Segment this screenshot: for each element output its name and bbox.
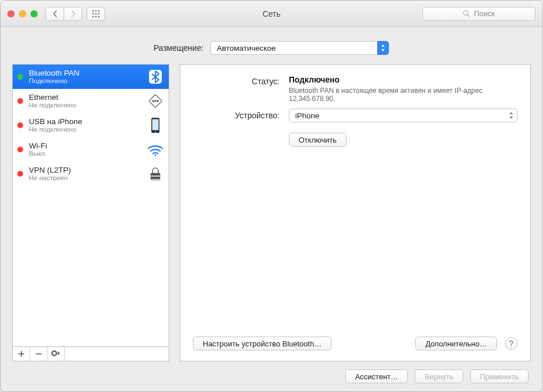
status-dot	[17, 171, 23, 177]
service-labels: VPN (L2TP)Не настроен	[29, 166, 143, 182]
ethernet-icon	[147, 92, 164, 110]
advanced-button[interactable]: Дополнительно…	[415, 337, 497, 350]
chevron-left-icon	[53, 10, 58, 17]
remove-service-button[interactable]	[30, 347, 47, 361]
service-row-iphone[interactable]: USB на iPhoneНе подключено	[13, 113, 169, 137]
service-row-wifi[interactable]: Wi-FiВыкл.	[13, 137, 169, 162]
service-status: Не подключено	[29, 126, 143, 133]
svg-line-10	[468, 14, 470, 17]
bluetooth-icon	[147, 68, 164, 85]
configure-bluetooth-button[interactable]: Настроить устройство Bluetooth…	[193, 337, 332, 350]
zoom-window-button[interactable]	[31, 10, 38, 17]
grid-icon	[92, 10, 100, 18]
nav-back-forward	[46, 7, 82, 21]
window-bottom-buttons: Ассистент… Вернуть Применить	[12, 361, 531, 383]
status-label: Статус:	[193, 75, 280, 86]
svg-point-18	[155, 131, 156, 132]
svg-point-2	[98, 10, 100, 12]
assistant-button[interactable]: Ассистент…	[345, 369, 408, 383]
location-row: Размещение: Автоматическое	[12, 41, 531, 55]
question-icon: ?	[509, 339, 514, 348]
service-name: USB на iPhone	[29, 117, 143, 126]
services-toolbar	[12, 346, 169, 361]
detail-bottom-bar: Настроить устройство Bluetooth… Дополнит…	[193, 337, 518, 350]
detail-pane: Статус: Подключено Bluetooth PAN в насто…	[180, 64, 531, 361]
service-labels: EthernetНе подключено	[29, 93, 143, 110]
help-button[interactable]: ?	[505, 337, 518, 350]
svg-point-7	[95, 16, 97, 17]
status-value: Подключено	[289, 75, 518, 84]
svg-point-3	[92, 13, 94, 14]
location-label: Размещение:	[154, 43, 204, 53]
status-dot	[17, 98, 23, 104]
services-list: Bluetooth PANПодключеноEthernetНе подклю…	[12, 64, 169, 346]
status-dot	[17, 147, 23, 152]
search-icon	[463, 10, 470, 17]
traffic-lights	[8, 10, 38, 17]
forward-button[interactable]	[64, 7, 82, 21]
service-row-lock[interactable]: VPN (L2TP)Не настроен	[13, 162, 169, 186]
search-placeholder: Поиск	[474, 9, 494, 18]
service-labels: Bluetooth PANПодключено	[29, 69, 143, 85]
location-popup[interactable]: Автоматическое	[210, 41, 389, 55]
service-name: VPN (L2TP)	[29, 166, 143, 175]
popup-arrows-icon	[377, 41, 389, 55]
svg-point-8	[98, 16, 100, 17]
minus-icon	[35, 350, 42, 357]
close-window-button[interactable]	[8, 10, 14, 17]
revert-button[interactable]: Вернуть	[415, 369, 463, 383]
svg-point-19	[155, 154, 157, 156]
apply-button[interactable]: Применить	[470, 369, 529, 383]
svg-point-15	[157, 100, 158, 102]
svg-point-9	[464, 10, 468, 15]
service-name: Bluetooth PAN	[29, 69, 143, 78]
gear-icon	[51, 350, 61, 357]
svg-point-5	[98, 13, 100, 14]
service-status: Подключено	[29, 77, 143, 85]
disconnect-button[interactable]: Отключить	[289, 133, 347, 147]
search-field[interactable]: Поиск	[422, 7, 535, 21]
svg-rect-22	[151, 177, 160, 179]
titlebar: Сеть Поиск	[1, 1, 542, 27]
svg-rect-21	[151, 173, 160, 176]
add-service-button[interactable]	[13, 347, 30, 361]
svg-point-4	[95, 13, 97, 14]
minimize-window-button[interactable]	[19, 10, 26, 17]
service-status: Не подключено	[29, 102, 143, 109]
svg-point-14	[153, 100, 154, 102]
plus-icon	[18, 350, 25, 357]
chevron-right-icon	[70, 10, 76, 17]
status-dot	[17, 74, 23, 80]
service-labels: USB на iPhoneНе подключено	[29, 117, 143, 134]
network-prefs-window: Сеть Поиск Размещение: Автоматическое Bl…	[0, 0, 543, 392]
status-description: Bluetooth PAN в настоящее время активен …	[289, 87, 497, 103]
svg-rect-17	[153, 120, 159, 130]
iphone-icon	[147, 117, 164, 134]
service-status: Выкл.	[29, 150, 143, 158]
services-sidebar: Bluetooth PANПодключеноEthernetНе подклю…	[12, 64, 169, 361]
service-labels: Wi-FiВыкл.	[29, 141, 143, 158]
device-value: iPhone	[295, 111, 319, 120]
service-name: Ethernet	[29, 93, 143, 102]
device-popup[interactable]: iPhone	[289, 109, 518, 122]
back-button[interactable]	[46, 7, 64, 21]
lock-icon	[147, 165, 164, 182]
detail-form: Статус: Подключено Bluetooth PAN в насто…	[193, 75, 518, 147]
location-value: Автоматическое	[217, 44, 276, 53]
svg-point-1	[95, 10, 97, 12]
service-actions-button[interactable]	[47, 347, 65, 361]
svg-point-13	[155, 100, 156, 102]
main-split: Bluetooth PANПодключеноEthernetНе подклю…	[12, 64, 531, 361]
service-name: Wi-Fi	[29, 141, 143, 151]
wifi-icon	[147, 141, 164, 158]
popup-arrows-icon	[505, 109, 517, 122]
service-row-bluetooth[interactable]: Bluetooth PANПодключено	[13, 65, 169, 89]
svg-point-0	[92, 10, 94, 12]
window-body: Размещение: Автоматическое Bluetooth PAN…	[1, 27, 542, 391]
device-label: Устройство:	[193, 109, 280, 120]
service-status: Не настроен	[29, 174, 143, 182]
show-all-button[interactable]	[87, 7, 105, 21]
svg-point-6	[92, 16, 94, 17]
status-dot	[17, 122, 23, 128]
service-row-ethernet[interactable]: EthernetНе подключено	[13, 89, 169, 113]
